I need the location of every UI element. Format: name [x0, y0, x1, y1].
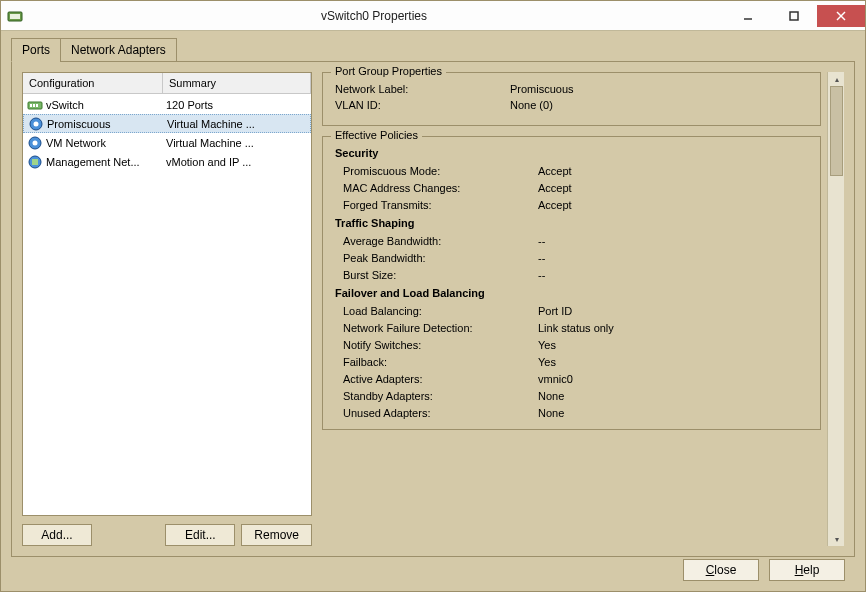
svg-rect-15	[32, 159, 38, 165]
unused-adapters-label: Unused Adapters:	[343, 407, 538, 419]
promiscuous-mode-label: Promiscuous Mode:	[343, 165, 538, 177]
help-button[interactable]: Help	[769, 559, 845, 581]
nfd-value: Link status only	[538, 322, 808, 334]
vertical-scrollbar[interactable]: ▴ ▾	[827, 72, 844, 546]
row-config: Management Net...	[46, 156, 164, 168]
failover-heading: Failover and Load Balancing	[335, 287, 808, 299]
row-summary: Virtual Machine ...	[165, 118, 310, 130]
list-header: Configuration Summary	[23, 73, 311, 94]
add-button[interactable]: Add...	[22, 524, 92, 546]
vlan-id-value: None (0)	[510, 99, 808, 111]
nfd-label: Network Failure Detection:	[343, 322, 538, 334]
network-label-label: Network Label:	[335, 83, 510, 95]
dialog-buttons: Close Help	[683, 559, 845, 581]
portgroup-legend: Port Group Properties	[331, 65, 446, 77]
content-area: Ports Network Adapters Configuration Sum…	[1, 31, 865, 567]
config-list[interactable]: Configuration Summary vSwitch 120 Ports …	[22, 72, 312, 516]
remove-button[interactable]: Remove	[241, 524, 312, 546]
notify-switches-label: Notify Switches:	[343, 339, 538, 351]
policies-legend: Effective Policies	[331, 129, 422, 141]
col-header-summary[interactable]: Summary	[163, 73, 311, 93]
scroll-down-arrow[interactable]: ▾	[828, 532, 845, 546]
vswitch-icon	[27, 97, 43, 113]
list-row-vmnetwork[interactable]: VM Network Virtual Machine ...	[23, 133, 311, 152]
window-controls	[725, 5, 865, 27]
unused-adapters-value: None	[538, 407, 808, 419]
active-adapters-label: Active Adapters:	[343, 373, 538, 385]
tab-ports[interactable]: Ports	[11, 38, 61, 62]
tab-panel: Configuration Summary vSwitch 120 Ports …	[11, 61, 855, 557]
portgroup-icon	[28, 116, 44, 132]
list-row-management[interactable]: Management Net... vMotion and IP ...	[23, 152, 311, 171]
portgroup-icon	[27, 135, 43, 151]
scroll-up-arrow[interactable]: ▴	[828, 72, 845, 86]
mac-changes-label: MAC Address Changes:	[343, 182, 538, 194]
load-balancing-value: Port ID	[538, 305, 808, 317]
effective-policies: Effective Policies Security Promiscuous …	[322, 136, 821, 430]
traffic-shaping-heading: Traffic Shaping	[335, 217, 808, 229]
row-config: VM Network	[46, 137, 164, 149]
vlan-id-label: VLAN ID:	[335, 99, 510, 111]
row-summary: vMotion and IP ...	[164, 156, 311, 168]
svg-rect-3	[790, 12, 798, 20]
failback-value: Yes	[538, 356, 808, 368]
maximize-button[interactable]	[771, 5, 817, 27]
standby-adapters-value: None	[538, 390, 808, 402]
row-summary: 120 Ports	[164, 99, 311, 111]
row-summary: Virtual Machine ...	[164, 137, 311, 149]
svg-rect-7	[30, 104, 32, 107]
edit-button[interactable]: Edit...	[165, 524, 235, 546]
forged-transmits-label: Forged Transmits:	[343, 199, 538, 211]
portgroup-properties: Port Group Properties Network Label: Pro…	[322, 72, 821, 126]
failback-label: Failback:	[343, 356, 538, 368]
load-balancing-label: Load Balancing:	[343, 305, 538, 317]
mac-changes-value: Accept	[538, 182, 808, 194]
list-row-vswitch[interactable]: vSwitch 120 Ports	[23, 95, 311, 114]
svg-rect-8	[33, 104, 35, 107]
app-icon	[7, 8, 23, 24]
network-label-value: Promiscuous	[510, 83, 808, 95]
avg-bw-label: Average Bandwidth:	[343, 235, 538, 247]
svg-rect-1	[10, 14, 20, 19]
titlebar: vSwitch0 Properties	[1, 1, 865, 31]
vmkernel-icon	[27, 154, 43, 170]
burst-size-label: Burst Size:	[343, 269, 538, 281]
tabstrip: Ports Network Adapters	[11, 38, 855, 62]
list-row-promiscuous[interactable]: Promiscuous Virtual Machine ...	[23, 114, 311, 133]
forged-transmits-value: Accept	[538, 199, 808, 211]
promiscuous-mode-value: Accept	[538, 165, 808, 177]
svg-point-11	[34, 121, 39, 126]
close-button[interactable]: Close	[683, 559, 759, 581]
avg-bw-value: --	[538, 235, 808, 247]
list-buttons: Add... Edit... Remove	[22, 524, 312, 546]
peak-bw-label: Peak Bandwidth:	[343, 252, 538, 264]
left-column: Configuration Summary vSwitch 120 Ports …	[22, 72, 312, 546]
col-header-configuration[interactable]: Configuration	[23, 73, 163, 93]
active-adapters-value: vmnic0	[538, 373, 808, 385]
window-title: vSwitch0 Properties	[23, 9, 725, 23]
row-config: vSwitch	[46, 99, 164, 111]
standby-adapters-label: Standby Adapters:	[343, 390, 538, 402]
minimize-button[interactable]	[725, 5, 771, 27]
right-column: Port Group Properties Network Label: Pro…	[322, 72, 844, 546]
svg-point-13	[33, 140, 38, 145]
tab-network-adapters[interactable]: Network Adapters	[60, 38, 177, 62]
security-heading: Security	[335, 147, 808, 159]
peak-bw-value: --	[538, 252, 808, 264]
notify-switches-value: Yes	[538, 339, 808, 351]
properties-window: vSwitch0 Properties Ports Network Adapte…	[0, 0, 866, 592]
scroll-thumb[interactable]	[830, 86, 843, 176]
close-window-button[interactable]	[817, 5, 865, 27]
burst-size-value: --	[538, 269, 808, 281]
svg-rect-9	[36, 104, 38, 107]
row-config: Promiscuous	[47, 118, 165, 130]
